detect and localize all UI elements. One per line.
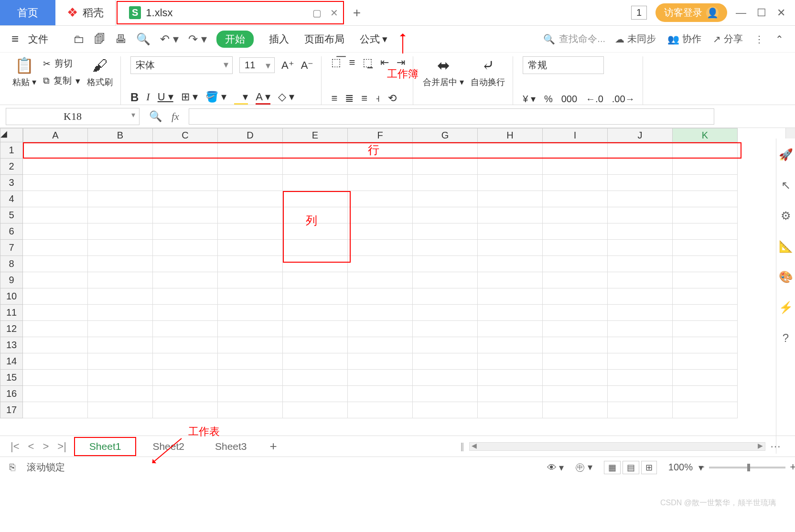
cell[interactable]: [673, 402, 738, 418]
cell[interactable]: [283, 386, 348, 402]
number-format-select[interactable]: 常规: [523, 56, 604, 74]
column-header-A[interactable]: A: [23, 128, 88, 142]
cell[interactable]: [88, 223, 153, 240]
cell[interactable]: [673, 159, 738, 175]
cell[interactable]: [283, 305, 348, 321]
cell[interactable]: [413, 370, 478, 386]
add-tab-button[interactable]: +: [345, 0, 369, 25]
cell[interactable]: [608, 191, 673, 207]
cell[interactable]: [88, 142, 153, 159]
palette-icon[interactable]: 🎨: [779, 270, 793, 284]
sheet-options-icon[interactable]: ⋯: [770, 440, 781, 453]
align-middle-icon[interactable]: ≡: [349, 56, 355, 69]
ruler-icon[interactable]: 📐: [779, 240, 793, 253]
cell[interactable]: [673, 240, 738, 256]
fx-icon[interactable]: fx: [172, 110, 179, 123]
rotate-text-icon[interactable]: ⟲: [388, 92, 397, 105]
cell[interactable]: [218, 402, 283, 418]
cell[interactable]: [543, 191, 608, 207]
border-button[interactable]: ⊞ ▾: [181, 91, 198, 105]
row-header-4[interactable]: 4: [0, 191, 23, 207]
cell[interactable]: [348, 256, 413, 272]
cell[interactable]: [348, 175, 413, 191]
cell[interactable]: [348, 402, 413, 418]
distribute-icon[interactable]: ⫞: [375, 92, 380, 105]
column-header-G[interactable]: G: [413, 128, 478, 142]
cell[interactable]: [478, 370, 543, 386]
cell[interactable]: [543, 142, 608, 159]
wrap-text-button[interactable]: ⤶自动换行: [471, 56, 505, 88]
cell[interactable]: [413, 256, 478, 272]
collapse-ribbon-icon[interactable]: ⌃: [775, 33, 784, 45]
row-header-13[interactable]: 13: [0, 337, 23, 353]
decrease-decimal-button[interactable]: ←.0: [586, 94, 603, 105]
cell[interactable]: [608, 353, 673, 370]
cell[interactable]: [478, 175, 543, 191]
cell[interactable]: [218, 386, 283, 402]
save-icon[interactable]: 🗀: [73, 32, 85, 46]
cell[interactable]: [283, 272, 348, 288]
cell[interactable]: [608, 386, 673, 402]
cell[interactable]: [153, 272, 218, 288]
cell[interactable]: [218, 159, 283, 175]
cell[interactable]: [673, 288, 738, 305]
cell[interactable]: [478, 223, 543, 240]
cell[interactable]: [348, 353, 413, 370]
cell[interactable]: [88, 159, 153, 175]
bolt-icon[interactable]: ⚡: [779, 301, 793, 314]
cell[interactable]: [23, 321, 88, 337]
cell[interactable]: [218, 240, 283, 256]
cell[interactable]: [478, 288, 543, 305]
cell[interactable]: [543, 386, 608, 402]
row-header-10[interactable]: 10: [0, 288, 23, 305]
column-header-H[interactable]: H: [478, 128, 543, 142]
cell[interactable]: [348, 142, 413, 159]
row-header-3[interactable]: 3: [0, 175, 23, 191]
cell[interactable]: [413, 223, 478, 240]
cell[interactable]: [478, 207, 543, 223]
row-header-6[interactable]: 6: [0, 223, 23, 240]
cell[interactable]: [673, 191, 738, 207]
cell[interactable]: [543, 240, 608, 256]
cell[interactable]: [348, 370, 413, 386]
cell[interactable]: [673, 321, 738, 337]
cell[interactable]: [88, 288, 153, 305]
row-header-14[interactable]: 14: [0, 353, 23, 370]
view-break-icon[interactable]: ⊞: [641, 461, 657, 474]
highlight-button[interactable]: ▾: [234, 91, 248, 105]
clear-format-button[interactable]: ◇ ▾: [278, 91, 294, 105]
preview-icon[interactable]: 🔍: [136, 32, 150, 46]
cell[interactable]: [23, 175, 88, 191]
increase-decimal-button[interactable]: .00→: [612, 94, 635, 105]
cell[interactable]: [218, 256, 283, 272]
row-header-11[interactable]: 11: [0, 305, 23, 321]
cell[interactable]: [608, 159, 673, 175]
cell[interactable]: [88, 191, 153, 207]
tab-docer[interactable]: ❖ 稻壳: [55, 0, 116, 25]
cell[interactable]: [348, 191, 413, 207]
cell[interactable]: [153, 256, 218, 272]
cut-button[interactable]: ✂剪切: [43, 57, 80, 70]
cell[interactable]: [608, 240, 673, 256]
cell[interactable]: [153, 402, 218, 418]
cell[interactable]: [348, 386, 413, 402]
cell[interactable]: [543, 353, 608, 370]
cell[interactable]: [23, 159, 88, 175]
cell[interactable]: [348, 159, 413, 175]
add-sheet-button[interactable]: +: [263, 439, 284, 454]
cell[interactable]: [23, 240, 88, 256]
cell[interactable]: [218, 223, 283, 240]
cell[interactable]: [543, 305, 608, 321]
cell[interactable]: [608, 272, 673, 288]
sheet-tab-2[interactable]: Sheet2: [138, 438, 199, 455]
cell[interactable]: [23, 191, 88, 207]
column-header-K[interactable]: K: [673, 128, 738, 142]
cell[interactable]: [283, 402, 348, 418]
column-header-D[interactable]: D: [218, 128, 283, 142]
row-header-7[interactable]: 7: [0, 240, 23, 256]
increase-font-icon[interactable]: A⁺: [281, 59, 294, 72]
cell[interactable]: [218, 207, 283, 223]
cell[interactable]: [23, 207, 88, 223]
zoom-slider[interactable]: [709, 467, 785, 468]
cell[interactable]: [413, 175, 478, 191]
